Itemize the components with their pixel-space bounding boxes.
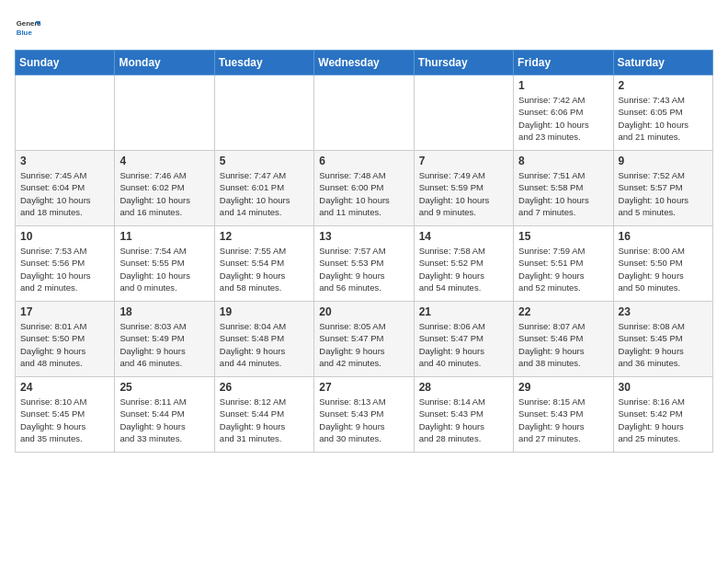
calendar-cell: 11Sunrise: 7:54 AM Sunset: 5:55 PM Dayli…	[115, 226, 214, 302]
calendar-cell: 23Sunrise: 8:08 AM Sunset: 5:45 PM Dayli…	[613, 302, 712, 377]
day-content: Sunrise: 7:57 AM Sunset: 5:53 PM Dayligh…	[319, 245, 408, 293]
calendar-cell: 9Sunrise: 7:52 AM Sunset: 5:57 PM Daylig…	[613, 151, 712, 226]
day-number: 27	[319, 381, 408, 394]
calendar-cell: 20Sunrise: 8:05 AM Sunset: 5:47 PM Dayli…	[314, 302, 414, 377]
day-number: 10	[20, 230, 109, 243]
day-content: Sunrise: 7:58 AM Sunset: 5:52 PM Dayligh…	[419, 245, 508, 293]
day-content: Sunrise: 8:15 AM Sunset: 5:43 PM Dayligh…	[518, 396, 608, 444]
day-number: 19	[220, 305, 309, 318]
day-number: 20	[319, 305, 408, 318]
svg-text:General: General	[17, 19, 40, 28]
day-number: 18	[119, 305, 209, 318]
calendar-cell	[414, 75, 513, 151]
day-content: Sunrise: 7:42 AM Sunset: 6:06 PM Dayligh…	[518, 94, 608, 143]
calendar-cell	[16, 75, 115, 151]
day-number: 6	[319, 155, 408, 167]
day-number: 5	[220, 155, 309, 167]
day-content: Sunrise: 7:47 AM Sunset: 6:01 PM Dayligh…	[220, 169, 309, 218]
day-content: Sunrise: 8:13 AM Sunset: 5:43 PM Dayligh…	[319, 396, 408, 444]
calendar-cell: 16Sunrise: 8:00 AM Sunset: 5:50 PM Dayli…	[613, 226, 712, 302]
calendar-cell: 22Sunrise: 8:07 AM Sunset: 5:46 PM Dayli…	[514, 302, 613, 377]
day-content: Sunrise: 7:54 AM Sunset: 5:55 PM Dayligh…	[119, 245, 209, 293]
calendar-cell: 28Sunrise: 8:14 AM Sunset: 5:43 PM Dayli…	[414, 377, 513, 453]
calendar-cell: 27Sunrise: 8:13 AM Sunset: 5:43 PM Dayli…	[314, 377, 414, 453]
day-number: 28	[419, 381, 508, 394]
weekday-header-sunday: Sunday	[16, 51, 115, 75]
calendar-body: 1Sunrise: 7:42 AM Sunset: 6:06 PM Daylig…	[16, 75, 713, 453]
day-content: Sunrise: 7:52 AM Sunset: 5:57 PM Dayligh…	[619, 169, 708, 218]
day-number: 13	[319, 230, 408, 243]
calendar-week-5: 24Sunrise: 8:10 AM Sunset: 5:45 PM Dayli…	[16, 377, 713, 453]
day-content: Sunrise: 8:00 AM Sunset: 5:50 PM Dayligh…	[619, 245, 708, 293]
weekday-header-wednesday: Wednesday	[314, 51, 414, 75]
calendar-cell: 26Sunrise: 8:12 AM Sunset: 5:44 PM Dayli…	[214, 377, 313, 453]
day-content: Sunrise: 7:55 AM Sunset: 5:54 PM Dayligh…	[220, 245, 309, 293]
day-content: Sunrise: 8:10 AM Sunset: 5:45 PM Dayligh…	[20, 396, 109, 444]
day-content: Sunrise: 8:12 AM Sunset: 5:44 PM Dayligh…	[220, 396, 309, 444]
weekday-header-tuesday: Tuesday	[214, 51, 313, 75]
weekday-header-monday: Monday	[115, 51, 214, 75]
day-number: 21	[419, 305, 508, 318]
calendar-cell: 24Sunrise: 8:10 AM Sunset: 5:45 PM Dayli…	[16, 377, 115, 453]
day-content: Sunrise: 7:46 AM Sunset: 6:02 PM Dayligh…	[119, 169, 209, 218]
weekday-header-thursday: Thursday	[414, 51, 513, 75]
calendar-week-2: 3Sunrise: 7:45 AM Sunset: 6:04 PM Daylig…	[16, 151, 713, 226]
day-content: Sunrise: 7:45 AM Sunset: 6:04 PM Dayligh…	[20, 169, 109, 218]
day-content: Sunrise: 8:16 AM Sunset: 5:42 PM Dayligh…	[619, 396, 708, 444]
day-content: Sunrise: 7:51 AM Sunset: 5:58 PM Dayligh…	[518, 169, 608, 218]
logo: General Blue	[15, 15, 40, 40]
day-content: Sunrise: 8:06 AM Sunset: 5:47 PM Dayligh…	[419, 320, 508, 369]
calendar-cell: 6Sunrise: 7:48 AM Sunset: 6:00 PM Daylig…	[314, 151, 414, 226]
calendar-week-1: 1Sunrise: 7:42 AM Sunset: 6:06 PM Daylig…	[16, 75, 713, 151]
calendar-cell: 5Sunrise: 7:47 AM Sunset: 6:01 PM Daylig…	[214, 151, 313, 226]
day-content: Sunrise: 8:11 AM Sunset: 5:44 PM Dayligh…	[119, 396, 209, 444]
day-content: Sunrise: 8:07 AM Sunset: 5:46 PM Dayligh…	[518, 320, 608, 369]
calendar-cell: 1Sunrise: 7:42 AM Sunset: 6:06 PM Daylig…	[514, 75, 613, 151]
calendar-cell: 4Sunrise: 7:46 AM Sunset: 6:02 PM Daylig…	[115, 151, 214, 226]
calendar-cell: 30Sunrise: 8:16 AM Sunset: 5:42 PM Dayli…	[613, 377, 712, 453]
day-number: 30	[619, 381, 708, 394]
day-content: Sunrise: 7:43 AM Sunset: 6:05 PM Dayligh…	[619, 94, 708, 143]
day-number: 16	[619, 230, 708, 243]
calendar-cell: 3Sunrise: 7:45 AM Sunset: 6:04 PM Daylig…	[16, 151, 115, 226]
calendar-cell: 17Sunrise: 8:01 AM Sunset: 5:50 PM Dayli…	[16, 302, 115, 377]
day-content: Sunrise: 8:04 AM Sunset: 5:48 PM Dayligh…	[220, 320, 309, 369]
day-content: Sunrise: 7:48 AM Sunset: 6:00 PM Dayligh…	[319, 169, 408, 218]
calendar-cell	[115, 75, 214, 151]
day-number: 22	[518, 305, 608, 318]
calendar-cell: 12Sunrise: 7:55 AM Sunset: 5:54 PM Dayli…	[214, 226, 313, 302]
day-number: 1	[518, 79, 608, 92]
day-number: 8	[518, 155, 608, 167]
calendar-cell: 10Sunrise: 7:53 AM Sunset: 5:56 PM Dayli…	[16, 226, 115, 302]
day-number: 25	[119, 381, 209, 394]
day-number: 15	[518, 230, 608, 243]
calendar-cell: 15Sunrise: 7:59 AM Sunset: 5:51 PM Dayli…	[514, 226, 613, 302]
calendar-cell: 13Sunrise: 7:57 AM Sunset: 5:53 PM Dayli…	[314, 226, 414, 302]
calendar-cell	[314, 75, 414, 151]
header: General Blue	[15, 15, 713, 40]
day-content: Sunrise: 7:59 AM Sunset: 5:51 PM Dayligh…	[518, 245, 608, 293]
calendar-cell: 14Sunrise: 7:58 AM Sunset: 5:52 PM Dayli…	[414, 226, 513, 302]
day-content: Sunrise: 8:05 AM Sunset: 5:47 PM Dayligh…	[319, 320, 408, 369]
day-number: 4	[119, 155, 209, 167]
day-number: 2	[619, 79, 708, 92]
day-content: Sunrise: 8:03 AM Sunset: 5:49 PM Dayligh…	[119, 320, 209, 369]
weekday-header-friday: Friday	[514, 51, 613, 75]
calendar-cell: 8Sunrise: 7:51 AM Sunset: 5:58 PM Daylig…	[514, 151, 613, 226]
weekday-header-saturday: Saturday	[613, 51, 712, 75]
calendar-cell: 2Sunrise: 7:43 AM Sunset: 6:05 PM Daylig…	[613, 75, 712, 151]
calendar-cell: 25Sunrise: 8:11 AM Sunset: 5:44 PM Dayli…	[115, 377, 214, 453]
logo-icon: General Blue	[15, 15, 40, 40]
calendar-cell: 18Sunrise: 8:03 AM Sunset: 5:49 PM Dayli…	[115, 302, 214, 377]
calendar-cell: 29Sunrise: 8:15 AM Sunset: 5:43 PM Dayli…	[514, 377, 613, 453]
day-content: Sunrise: 8:01 AM Sunset: 5:50 PM Dayligh…	[20, 320, 109, 369]
day-content: Sunrise: 7:49 AM Sunset: 5:59 PM Dayligh…	[419, 169, 508, 218]
day-content: Sunrise: 7:53 AM Sunset: 5:56 PM Dayligh…	[20, 245, 109, 293]
day-number: 24	[20, 381, 109, 394]
day-number: 12	[220, 230, 309, 243]
calendar-cell: 7Sunrise: 7:49 AM Sunset: 5:59 PM Daylig…	[414, 151, 513, 226]
calendar-header: SundayMondayTuesdayWednesdayThursdayFrid…	[16, 51, 713, 75]
day-number: 26	[220, 381, 309, 394]
calendar-cell	[214, 75, 313, 151]
day-content: Sunrise: 8:08 AM Sunset: 5:45 PM Dayligh…	[619, 320, 708, 369]
